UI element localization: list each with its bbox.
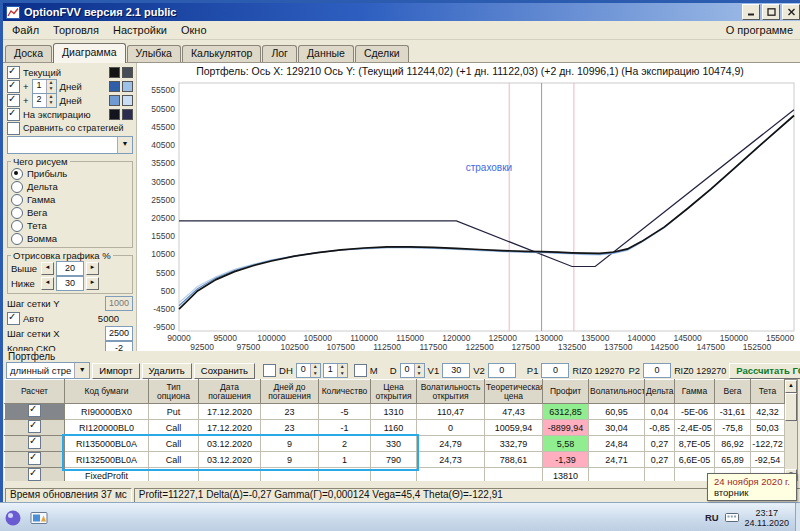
table-scrollbar[interactable]: ▲ ▼: [784, 379, 798, 481]
row-checkbox[interactable]: [28, 468, 41, 481]
calc-cell[interactable]: [5, 468, 65, 482]
column-header-12[interactable]: Гамма: [675, 380, 715, 404]
scroll-up-icon[interactable]: ▲: [785, 380, 797, 393]
legend-days-spinner-2[interactable]: 2▲▼: [32, 93, 57, 108]
menu-about[interactable]: О программе: [726, 24, 800, 36]
menu-item-3[interactable]: Настройки: [106, 23, 174, 37]
menu-item-1[interactable]: Файл: [5, 23, 46, 37]
grid-step-x-input[interactable]: 2500: [105, 326, 133, 341]
tab-5[interactable]: Лог: [262, 45, 297, 62]
taskbar-clock[interactable]: 23:17 24.11.2020: [745, 508, 789, 528]
strategy-compare-combobox[interactable]: ▼: [7, 136, 133, 154]
calc-cell[interactable]: [5, 420, 65, 436]
taskbar-app2-icon[interactable]: [28, 507, 50, 529]
tab-7[interactable]: Сделки: [355, 45, 409, 62]
grid-step-y-input[interactable]: 1000: [105, 296, 133, 311]
draw-option-1[interactable]: Дельта: [11, 180, 129, 193]
p1-input[interactable]: 0: [541, 363, 569, 378]
keyboard-icon[interactable]: [725, 512, 739, 523]
legend-checkbox-3[interactable]: [7, 108, 20, 121]
delete-button[interactable]: Удалить: [142, 363, 192, 379]
minimize-button[interactable]: [742, 4, 760, 20]
render-value-input[interactable]: 30: [56, 276, 84, 291]
column-header-14[interactable]: Тета: [751, 380, 785, 404]
column-header-3[interactable]: Дата погашения: [199, 380, 261, 404]
column-header-13[interactable]: Вега: [715, 380, 751, 404]
maximize-button[interactable]: [762, 4, 780, 20]
menu-item-2[interactable]: Торговля: [46, 23, 106, 37]
table-row-2[interactable]: RI135000BL0ACall03.12.20209233024,79332,…: [5, 436, 785, 452]
calc-cell[interactable]: [5, 436, 65, 452]
show-desktop-button[interactable]: [795, 503, 800, 531]
table-row-1[interactable]: RI120000BL0Call17.12.202023-11160010059,…: [5, 420, 785, 436]
dh-spinner-2[interactable]: 1▲▼: [323, 363, 348, 378]
dh-checkbox[interactable]: [263, 364, 276, 377]
draw-option-5[interactable]: Вомма: [11, 232, 129, 245]
v2-input[interactable]: 0: [488, 363, 516, 378]
m-checkbox[interactable]: [354, 364, 367, 377]
column-header-8[interactable]: Теоретическая цена: [485, 380, 543, 404]
draw-option-4[interactable]: Тета: [11, 219, 129, 232]
tab-4[interactable]: Калькулятор: [182, 45, 261, 62]
d-spinner[interactable]: 0▲▼: [400, 363, 425, 378]
dh-spinner-1[interactable]: 0▲▼: [296, 363, 321, 378]
tab-2[interactable]: Диаграмма: [53, 43, 126, 63]
menu-item-4[interactable]: Окно: [174, 23, 214, 37]
close-button[interactable]: [782, 4, 800, 20]
table-row-4[interactable]: FixedProfit13810: [5, 468, 785, 482]
chevron-down-icon[interactable]: ▼: [74, 363, 89, 378]
row-checkbox[interactable]: [28, 404, 41, 417]
column-header-2[interactable]: Тип опциона: [149, 380, 199, 404]
render-value-input[interactable]: 20: [56, 261, 84, 276]
radio-icon[interactable]: [11, 220, 23, 232]
calc-cell[interactable]: [5, 452, 65, 468]
p2-input[interactable]: 0: [643, 363, 671, 378]
column-header-11[interactable]: Дельта: [645, 380, 675, 404]
column-header-5[interactable]: Количество: [319, 380, 371, 404]
chevron-down-icon[interactable]: ▼: [117, 137, 132, 153]
legend-days-spinner-1[interactable]: 1▲▼: [32, 79, 57, 94]
scroll-thumb[interactable]: [785, 393, 797, 421]
tab-6[interactable]: Данные: [298, 45, 354, 62]
radio-icon[interactable]: [11, 233, 23, 245]
radio-icon[interactable]: [11, 168, 23, 180]
language-indicator[interactable]: RU: [705, 512, 719, 523]
row-checkbox[interactable]: [28, 452, 41, 465]
v1-input[interactable]: 30: [442, 363, 470, 378]
draw-option-0[interactable]: Прибыль: [11, 167, 129, 180]
column-header-7[interactable]: Волатильность открытия: [417, 380, 485, 404]
row-checkbox[interactable]: [28, 436, 41, 449]
radio-icon[interactable]: [11, 181, 23, 193]
draw-option-2[interactable]: Гамма: [11, 193, 129, 206]
legend-checkbox-2[interactable]: [7, 94, 20, 107]
decrease-button[interactable]: ◄: [41, 262, 54, 275]
compare-checkbox[interactable]: [7, 122, 20, 135]
table-row-3[interactable]: RI132500BL0ACall03.12.20209179024,73788,…: [5, 452, 785, 468]
legend-checkbox-1[interactable]: [7, 80, 20, 93]
legend-checkbox-0[interactable]: [7, 66, 20, 79]
decrease-button[interactable]: ◄: [41, 277, 54, 290]
column-header-4[interactable]: Дней до погашения: [261, 380, 319, 404]
save-button[interactable]: Сохранить: [194, 363, 255, 379]
strategy-combobox[interactable]: длинный стре ▼: [6, 362, 90, 379]
column-header-6[interactable]: Цена открытия: [371, 380, 417, 404]
auto-checkbox[interactable]: [7, 312, 20, 325]
table-row-0[interactable]: RI90000BX0Put17.12.202023-51310110,4747,…: [5, 404, 785, 420]
radio-icon[interactable]: [11, 194, 23, 206]
column-header-9[interactable]: Профит: [543, 380, 589, 404]
calc-go-button[interactable]: Рассчитать ГО: [729, 363, 800, 379]
row-checkbox[interactable]: [28, 420, 41, 433]
tab-1[interactable]: Доска: [5, 45, 52, 62]
tab-3[interactable]: Улыбка: [127, 45, 181, 62]
increase-button[interactable]: ►: [86, 277, 99, 290]
column-header-1[interactable]: Код бумаги: [65, 380, 149, 404]
cko-input[interactable]: -2: [105, 341, 133, 351]
column-header-0[interactable]: Расчет: [5, 380, 65, 404]
import-button[interactable]: Импорт: [92, 363, 139, 379]
radio-icon[interactable]: [11, 207, 23, 219]
calc-cell[interactable]: [5, 404, 65, 420]
column-header-10[interactable]: Волатильность: [589, 380, 645, 404]
taskbar-app1-icon[interactable]: [2, 507, 24, 529]
increase-button[interactable]: ►: [86, 262, 99, 275]
draw-option-3[interactable]: Вега: [11, 206, 129, 219]
